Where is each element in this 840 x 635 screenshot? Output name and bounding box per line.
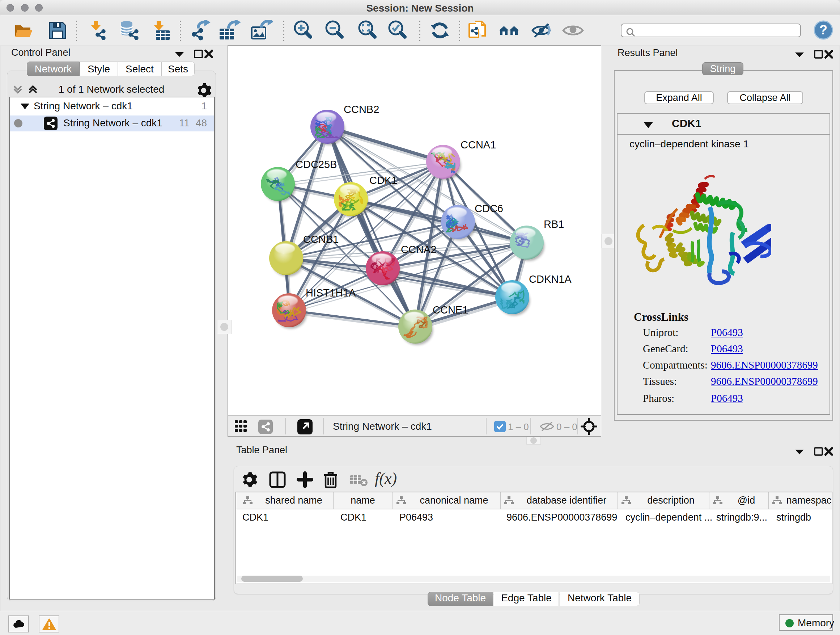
svg-text:CCNA1: CCNA1 [461,139,496,150]
svg-text:CDC25B: CDC25B [295,158,337,170]
svg-text:CDC6: CDC6 [475,203,503,214]
svg-text:CCNA2: CCNA2 [401,244,436,255]
svg-text:HIST1H1A: HIST1H1A [306,287,356,299]
svg-text:CCNE1: CCNE1 [433,304,468,316]
svg-text:CCNB1: CCNB1 [303,233,339,245]
svg-text:RB1: RB1 [544,218,564,230]
svg-text:CDKN1A: CDKN1A [529,273,572,285]
svg-text:CCNB2: CCNB2 [344,103,379,115]
svg-text:CDK1: CDK1 [369,174,397,186]
svg-text:?: ? [819,22,827,37]
